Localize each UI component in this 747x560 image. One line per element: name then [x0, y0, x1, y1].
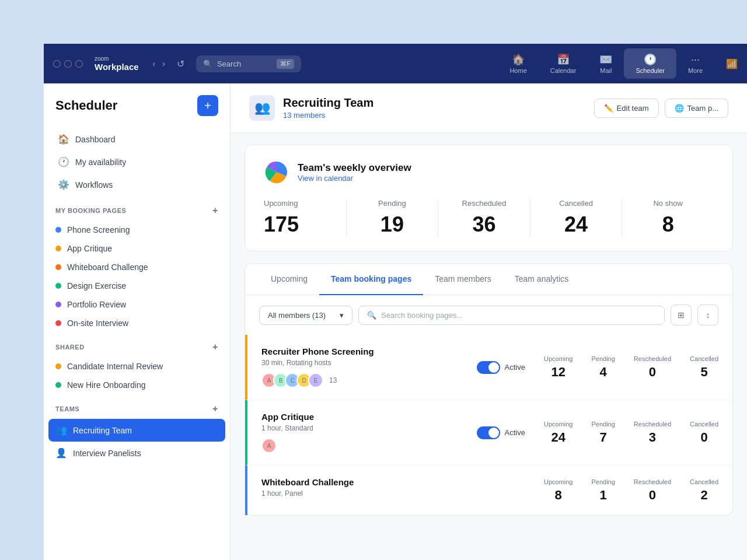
tab-team-booking-pages[interactable]: Team booking pages: [319, 264, 423, 295]
window-controls: [53, 60, 83, 68]
stat-pending-value: 19: [356, 212, 429, 237]
team-avatar: 👥: [249, 95, 275, 121]
sidebar-item-availability[interactable]: 🕐 My availability: [51, 150, 223, 173]
card-name-app-critique: App Critique: [261, 412, 467, 422]
shared-candidate-internal-review[interactable]: Candidate Internal Review: [44, 357, 230, 376]
top-nav: 🏠 Home 📅 Calendar ✉️ Mail 🕐 Scheduler ··…: [498, 48, 714, 79]
nav-scheduler-label: Scheduler: [636, 67, 665, 74]
stat-label: Pending: [591, 355, 615, 362]
dot-onsite-interview: [55, 320, 61, 326]
booking-search-input[interactable]: 🔍 Search booking pages...: [358, 306, 665, 325]
team-icon-recruiting: 👥: [55, 425, 67, 436]
nav-mail-label: Mail: [600, 67, 612, 74]
tab-team-analytics-label: Team analytics: [515, 274, 569, 284]
edit-team-label: Edit team: [617, 104, 649, 113]
dot-candidate-review: [55, 363, 61, 369]
main-layout: Scheduler + 🏠 Dashboard 🕐 My availabilit…: [44, 83, 747, 560]
maximize-btn[interactable]: [75, 60, 83, 68]
booking-page-whiteboard-challenge-label: Whiteboard Challenge: [67, 262, 148, 272]
stat-value-rescheduled: 0: [634, 488, 671, 503]
stat-upcoming-app-critique: Upcoming 24: [544, 421, 573, 445]
team-page-button[interactable]: 🌐 Team p...: [665, 99, 728, 118]
avatar-5: E: [308, 373, 323, 388]
nav-calendar[interactable]: 📅 Calendar: [539, 48, 588, 79]
add-button[interactable]: +: [197, 95, 218, 116]
sort-button[interactable]: ↕: [697, 304, 718, 326]
sidebar-item-dashboard-label: Dashboard: [75, 135, 116, 144]
tabs-row: Upcoming Team booking pages Team members…: [245, 264, 732, 295]
back-arrow[interactable]: ‹: [151, 57, 158, 71]
top-bar: zoom Workplace ‹ › ↺ 🔍 Search ⌘F 🏠 Home …: [44, 44, 747, 83]
booking-page-onsite-interview-label: On-site Interview: [67, 318, 128, 328]
stat-value-rescheduled: 0: [634, 365, 671, 380]
sidebar-item-recruiting-team[interactable]: 👥 Recruiting Team: [48, 419, 225, 442]
sort-icon: ↕: [706, 310, 710, 320]
booking-page-design-exercise[interactable]: Design Exercise: [44, 276, 230, 295]
stat-upcoming-label: Upcoming: [264, 199, 337, 208]
booking-page-onsite-interview[interactable]: On-site Interview: [44, 314, 230, 332]
stat-value-cancelled: 2: [690, 488, 718, 503]
booking-pages-list: Phone Screening App Critique Whiteboard …: [44, 220, 230, 332]
sidebar-item-interview-panelists[interactable]: 👤 Interview Panelists: [48, 442, 225, 464]
view-in-calendar-link[interactable]: View in calendar: [298, 174, 411, 183]
stat-label: Cancelled: [690, 478, 718, 485]
stat-cancelled-whiteboard: Cancelled 2: [690, 478, 718, 503]
stat-value-pending: 4: [591, 365, 615, 380]
stat-cancelled: Cancelled 24: [530, 199, 623, 237]
sidebar-item-workflows[interactable]: ⚙️ Workflows: [51, 173, 223, 196]
stat-value-cancelled: 0: [690, 430, 718, 445]
tab-upcoming[interactable]: Upcoming: [259, 264, 319, 295]
nav-scheduler[interactable]: 🕐 Scheduler: [624, 48, 676, 79]
tab-team-analytics[interactable]: Team analytics: [503, 264, 581, 295]
add-team-button[interactable]: +: [212, 404, 218, 414]
overview-title: Team's weekly overview: [298, 162, 411, 174]
forward-arrow[interactable]: ›: [160, 57, 167, 71]
members-filter[interactable]: All members (13) ▾: [259, 306, 352, 325]
shared-new-hire-onboarding[interactable]: New Hire Onboarding: [44, 376, 230, 394]
nav-more[interactable]: ··· More: [676, 49, 714, 79]
avatar-app-1: A: [261, 438, 277, 453]
close-btn[interactable]: [53, 60, 61, 68]
booking-page-portfolio-review[interactable]: Portfolio Review: [44, 295, 230, 314]
avatar-group-phone-screening: A B C D E: [261, 373, 323, 388]
sidebar-item-dashboard[interactable]: 🏠 Dashboard: [51, 128, 223, 150]
history-icon[interactable]: ↺: [177, 58, 184, 69]
stat-label: Upcoming: [544, 355, 573, 362]
search-shortcut: ⌘F: [277, 59, 294, 69]
sidebar-recruiting-team-label: Recruiting Team: [73, 426, 132, 435]
search-icon-filter: 🔍: [367, 311, 376, 320]
teams-list: 👥 Recruiting Team 👤 Interview Panelists: [44, 419, 230, 464]
card-avatars-app-critique: A: [261, 438, 467, 453]
availability-icon: 🕐: [58, 156, 69, 167]
toggle-switch-app-critique[interactable]: [477, 426, 500, 439]
stat-pending-whiteboard: Pending 1: [591, 478, 615, 503]
toggle-app-critique: Active: [477, 426, 525, 439]
tab-team-members[interactable]: Team members: [423, 264, 502, 295]
card-avatars-phone-screening: A B C D E 13: [261, 373, 467, 388]
card-name-whiteboard-challenge: Whiteboard Challenge: [261, 477, 525, 487]
filter-options-button[interactable]: ⊞: [671, 304, 692, 326]
edit-team-button[interactable]: ✏️ Edit team: [594, 99, 659, 118]
shared-section-header: SHARED +: [44, 332, 230, 357]
stat-rescheduled-value: 36: [448, 212, 521, 237]
add-shared-button[interactable]: +: [212, 342, 218, 352]
minimize-btn[interactable]: [64, 60, 72, 68]
toggle-switch-phone-screening[interactable]: [477, 361, 500, 374]
booking-page-app-critique[interactable]: App Critique: [44, 239, 230, 258]
dot-new-hire: [55, 382, 61, 388]
team-header: 👥 Recruiting Team 13 members ✏️ Edit tea…: [231, 83, 747, 133]
stat-noshow-label: No show: [631, 199, 704, 208]
stat-value-upcoming: 12: [544, 365, 573, 380]
booking-page-whiteboard-challenge[interactable]: Whiteboard Challenge: [44, 258, 230, 276]
search-bar[interactable]: 🔍 Search ⌘F: [196, 55, 301, 72]
stat-pending-phone-screening: Pending 4: [591, 355, 615, 380]
team-members-count: 13 members: [283, 111, 374, 120]
add-booking-page-button[interactable]: +: [212, 205, 218, 216]
stat-upcoming-value: 175: [264, 212, 337, 237]
nav-mail[interactable]: ✉️ Mail: [588, 48, 624, 79]
booking-page-phone-screening[interactable]: Phone Screening: [44, 220, 230, 239]
avatar-group-app-critique: A: [261, 438, 277, 453]
stat-rescheduled: Rescheduled 36: [438, 199, 530, 237]
nav-home[interactable]: 🏠 Home: [498, 48, 538, 79]
booking-pages-section-header: MY BOOKING PAGES +: [44, 196, 230, 220]
